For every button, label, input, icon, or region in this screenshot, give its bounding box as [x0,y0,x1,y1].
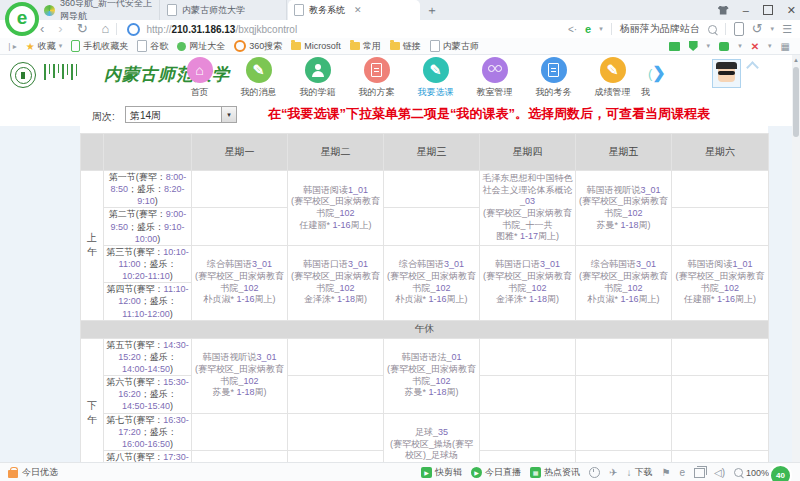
speed-badge[interactable]: 40 [769,464,792,481]
noon-break-row: 午休 [81,320,769,338]
site-compass-icon [127,23,140,36]
pencil-icon: ✎ [253,63,265,77]
noon-break: 午休 [81,320,769,338]
bookmark-folder-common[interactable]: 常用 [350,40,381,53]
forward-button[interactable]: › [58,21,62,37]
person-icon [312,64,324,76]
refresh-button[interactable]: ↻ [77,21,88,37]
nav-more-arrow[interactable]: (❯ [648,63,666,82]
timetable-row: 上午 第一节(赛罕：8:00-8:50；盛乐：8:20-9:10) 韩国语阅读1… [81,171,769,208]
addon-extension-icon[interactable] [719,42,729,51]
nav-item-home[interactable]: ⌂ 首页 [170,57,229,99]
week-select[interactable]: 第14周 ▾ [125,106,237,123]
chevron-down-icon[interactable]: ▾ [599,25,603,33]
zoom-icon [734,468,743,477]
globe-icon [177,42,186,51]
nav-item-plan[interactable]: 我的方案 [347,57,406,99]
new-tab-button[interactable]: ＋ [424,2,440,18]
chevron-down-icon: ▾ [59,42,63,50]
today-picks[interactable]: 今日优选 [0,466,58,479]
bookmark-360-search[interactable]: 360搜索 [234,40,282,53]
timetable-cell-empty [480,413,576,450]
share-icon[interactable]: <· [568,24,577,35]
week-value: 第14周 [130,109,161,123]
hot-news[interactable]: ▦ 热点资讯 [530,466,580,479]
timetable-cell-empty [288,413,384,450]
bookmark-site-daquan[interactable]: 网址大全 [177,40,225,53]
home-button[interactable]: ⌂ [102,21,110,37]
search-input[interactable]: 杨丽萍为品牌站台 [620,22,700,36]
minimize-button[interactable]: – [743,4,749,16]
collapse-chevron-icon[interactable] [746,61,759,74]
mini-e-icon[interactable]: e [585,23,591,35]
download-manager[interactable]: ↓ 下载 [626,466,652,479]
back-button[interactable]: ‹ [40,21,44,37]
bookmark-folder-links[interactable]: 链接 [390,40,421,53]
day-header: 星期四 [480,134,576,171]
week-label: 周次: [92,110,115,124]
period-label: 第一节(赛罕：8:00-8:50；盛乐：8:20-9:10) [104,171,192,208]
search-icon[interactable] [708,25,717,34]
bookmark-favorites[interactable]: ★ 收藏 ▾ [26,40,62,53]
tab-university[interactable]: 内蒙古师范大学 [161,0,287,20]
url-field[interactable]: http://210.31.186.13/bxqjkbcontrol [146,24,297,35]
nav-item-grades[interactable]: ✎ 成绩管理 [583,57,642,99]
shield-extension-icon[interactable] [689,41,698,51]
day-header: 星期五 [576,134,672,171]
dropdown-arrow-icon[interactable]: ▾ [221,107,236,122]
quick-clip[interactable]: ▶ 快剪辑 [421,466,462,479]
bookmark-google[interactable]: 谷歌 [137,40,168,53]
browser-doctor-icon[interactable]: e [679,467,685,478]
theme-skin-icon[interactable] [718,6,729,15]
mobile-icon[interactable] [734,22,744,36]
history-clock-icon[interactable] [589,467,600,478]
zoom-level[interactable]: 100% [734,468,769,478]
translate-extension-icon[interactable] [669,42,680,51]
close-window-button[interactable]: ✕ [787,4,796,17]
page-content: 周次: 第14周 ▾ 在“我要选课”下拉菜单第二项是“我的课表”。选择周数后，可… [0,96,800,462]
timetable-cell-empty [384,171,480,208]
timetable-cell-empty [576,338,672,375]
nav-item-messages[interactable]: ✎ 我的消息 [229,57,288,99]
home-icon: ⌂ [195,63,203,77]
sidebar-toggle-icon[interactable]: ❘▸ [6,42,17,51]
nav-item-classroom[interactable]: 教室管理 [465,57,524,99]
flag-icon[interactable]: ⚑ [661,467,670,478]
nav-item-student-record[interactable]: 我的学籍 [288,57,347,99]
tab-360-nav[interactable]: 360导航_新一代安全上网导航 [38,0,160,20]
undo-icon[interactable]: ↺ [752,21,763,37]
nav-item-exams[interactable]: 我的考务 [524,57,583,99]
game-widget-icon[interactable]: ✈ [609,467,617,478]
360-nav-favicon-icon [44,5,55,16]
day-header: 星期六 [672,134,769,171]
scrollbar-thumb[interactable] [793,67,799,137]
multi-window-icon[interactable] [694,468,705,478]
scroll-up-icon[interactable]: ▲ [792,55,800,65]
period-label: 第六节(赛罕：15:30-16:20；盛乐：14:50-15:40) [104,376,192,413]
menu-icon[interactable]: ☰ [782,21,792,37]
tab-close-icon[interactable]: ✕ [354,5,362,15]
timetable-header-row: 星期一 星期二 星期三 星期四 星期五 星期六 [81,134,769,171]
day-header: 星期三 [384,134,480,171]
folder-icon [350,42,360,50]
bookmark-neimenggu[interactable]: 内蒙古师 [430,40,479,53]
tab-jiaowu-active[interactable]: 教务系统 ✕ [288,0,420,20]
chevron-down-icon: ▾ [707,42,711,50]
avatar[interactable] [712,59,741,88]
speaker-icon[interactable]: ◁) [714,467,725,478]
chevron-down-icon: ▾ [768,42,772,50]
apps-grid-icon[interactable]: ▦ [781,41,790,52]
timetable-cell-empty [672,338,769,375]
timetable-cell-empty [192,208,288,245]
maximize-button[interactable] [763,5,773,15]
bookmark-folder-microsoft[interactable]: Microsoft [291,41,341,51]
period-label: 第五节(赛罕：14:30-15:20；盛乐：14:00-14:50) [104,338,192,375]
bookmark-mobile-favorites[interactable]: 手机收藏夹 [71,40,128,53]
nav-item-course-selection[interactable]: ✎ 我要选课 [406,57,465,99]
adblock-extension-icon[interactable]: ✕ [751,41,759,52]
today-live[interactable]: ▶ 今日直播 [471,466,521,479]
timetable-cell-empty [672,413,769,450]
browser-logo-icon[interactable]: e [5,2,39,36]
page-icon [137,40,147,52]
scrollbar[interactable]: ▲ [792,55,800,462]
